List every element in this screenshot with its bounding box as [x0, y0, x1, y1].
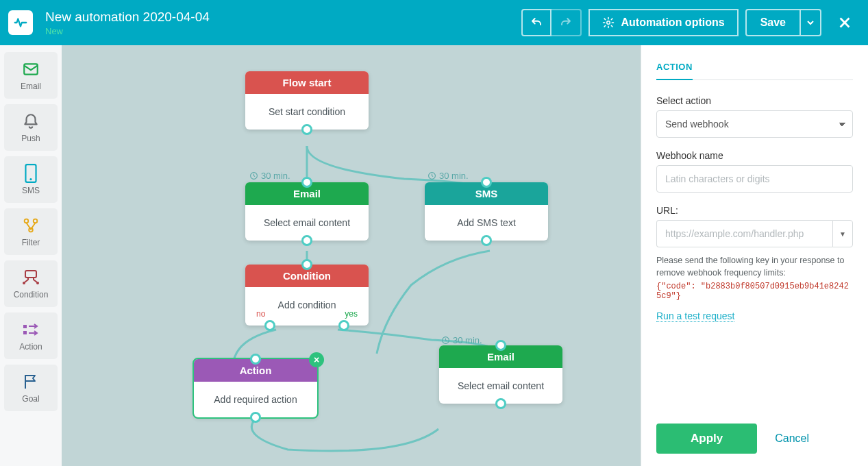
svg-point-3	[29, 178, 32, 180]
url-dropdown-button[interactable]: ▼	[832, 220, 853, 247]
run-test-link[interactable]: Run a test request	[656, 310, 734, 322]
sidebar-item-filter[interactable]: Filter	[4, 208, 58, 255]
chevron-down-icon	[807, 19, 814, 26]
redo-button[interactable]	[551, 9, 582, 36]
save-dropdown-button[interactable]	[801, 9, 821, 36]
clock-icon	[441, 336, 450, 345]
node-flowstart[interactable]: Flow start Set start condition	[245, 71, 369, 130]
delay-label: 30 min.	[441, 335, 482, 345]
sidebar-item-action[interactable]: Action	[4, 312, 58, 359]
port-out[interactable]	[495, 398, 506, 409]
goal-icon	[21, 372, 40, 391]
sms-icon	[21, 164, 40, 183]
condition-icon	[21, 268, 40, 287]
sidebar-item-label: Filter	[22, 238, 40, 247]
redo-icon	[560, 16, 572, 29]
port-out[interactable]	[301, 235, 312, 246]
delete-node-button[interactable]: ×	[309, 352, 324, 367]
apply-label: Apply	[691, 432, 723, 445]
sidebar-item-condition[interactable]: Condition	[4, 260, 58, 307]
filter-icon	[21, 216, 40, 235]
sidebar-item-label: Condition	[14, 290, 49, 299]
sidebar-item-sms[interactable]: SMS	[4, 156, 58, 203]
port-out-no[interactable]	[264, 320, 275, 331]
port-in[interactable]	[301, 259, 312, 270]
header-title-block: New automation 2020-04-04 New	[45, 10, 521, 36]
node-email[interactable]: Email Select email content	[439, 345, 562, 404]
webhook-name-label: Webhook name	[656, 150, 853, 161]
email-icon	[21, 60, 40, 79]
action-icon	[21, 320, 40, 339]
port-in[interactable]	[250, 354, 261, 365]
automation-title[interactable]: New automation 2020-04-04	[45, 10, 521, 25]
sidebar-item-label: Push	[21, 134, 40, 143]
header: New automation 2020-04-04 New Automation…	[0, 0, 868, 45]
svg-rect-11	[23, 331, 27, 334]
select-action-dropdown[interactable]: Send webhook	[656, 110, 853, 138]
webhook-name-input[interactable]	[656, 165, 853, 193]
properties-panel: ACTION Select action Send webhook Webhoo…	[641, 45, 868, 466]
save-label: Save	[760, 16, 786, 29]
sidebar-item-email[interactable]: Email	[4, 52, 58, 99]
automation-options-button[interactable]: Automation options	[588, 9, 739, 36]
url-input[interactable]	[656, 220, 832, 247]
svg-point-4	[25, 219, 29, 223]
port-out[interactable]	[481, 235, 492, 246]
port-in[interactable]	[301, 177, 312, 188]
undo-button[interactable]	[521, 9, 551, 36]
node-title: Flow start	[245, 71, 369, 94]
delay-label: 30 min.	[427, 171, 469, 181]
sidebar-item-label: SMS	[22, 186, 40, 195]
svg-point-9	[36, 282, 39, 284]
panel-tab-action[interactable]: ACTION	[656, 62, 693, 80]
sidebar-item-push[interactable]: Push	[4, 104, 58, 151]
automation-status: New	[45, 26, 521, 36]
select-action-label: Select action	[656, 95, 853, 106]
flow-canvas[interactable]: 30 min. 30 min. 30 min. Flow start Set s…	[62, 45, 641, 466]
apply-button[interactable]: Apply	[656, 424, 757, 454]
svg-point-5	[34, 219, 38, 223]
node-action[interactable]: × Action Add required action	[194, 359, 317, 417]
push-icon	[21, 112, 40, 131]
port-out[interactable]	[301, 124, 312, 135]
node-condition[interactable]: Condition Add condition no yes	[245, 265, 369, 326]
node-email[interactable]: Email Select email content	[245, 182, 369, 241]
tool-sidebar: Email Push SMS Filter Condition Action G…	[0, 45, 62, 466]
condition-yes-label: yes	[345, 309, 358, 319]
port-out-yes[interactable]	[338, 320, 349, 331]
delay-label: 30 min.	[249, 171, 290, 181]
sidebar-item-label: Action	[19, 342, 42, 352]
svg-rect-7	[25, 271, 36, 278]
port-out[interactable]	[250, 412, 261, 423]
sidebar-item-goal[interactable]: Goal	[4, 365, 58, 411]
clock-icon	[427, 171, 436, 180]
port-in[interactable]	[481, 177, 492, 188]
svg-rect-10	[23, 325, 27, 328]
port-in[interactable]	[495, 340, 506, 351]
svg-point-0	[606, 21, 610, 25]
gear-icon	[602, 16, 615, 29]
webhook-help-text: Please send the following key in your re…	[656, 254, 853, 279]
close-icon	[837, 15, 852, 30]
close-button[interactable]	[835, 13, 854, 32]
webhook-code: {"code": "b2883b0f80507d0915eb9b41e82425…	[656, 282, 853, 301]
clock-icon	[249, 171, 258, 180]
url-label: URL:	[656, 205, 853, 216]
undo-icon	[530, 16, 543, 29]
save-button[interactable]: Save	[745, 9, 801, 36]
sidebar-item-label: Email	[21, 82, 41, 91]
node-sms[interactable]: SMS Add SMS text	[425, 182, 548, 241]
sidebar-item-label: Goal	[22, 394, 39, 404]
svg-point-8	[23, 282, 25, 284]
cancel-button[interactable]: Cancel	[775, 432, 809, 445]
automation-options-label: Automation options	[621, 16, 725, 29]
condition-no-label: no	[256, 309, 265, 319]
app-logo	[8, 10, 33, 35]
